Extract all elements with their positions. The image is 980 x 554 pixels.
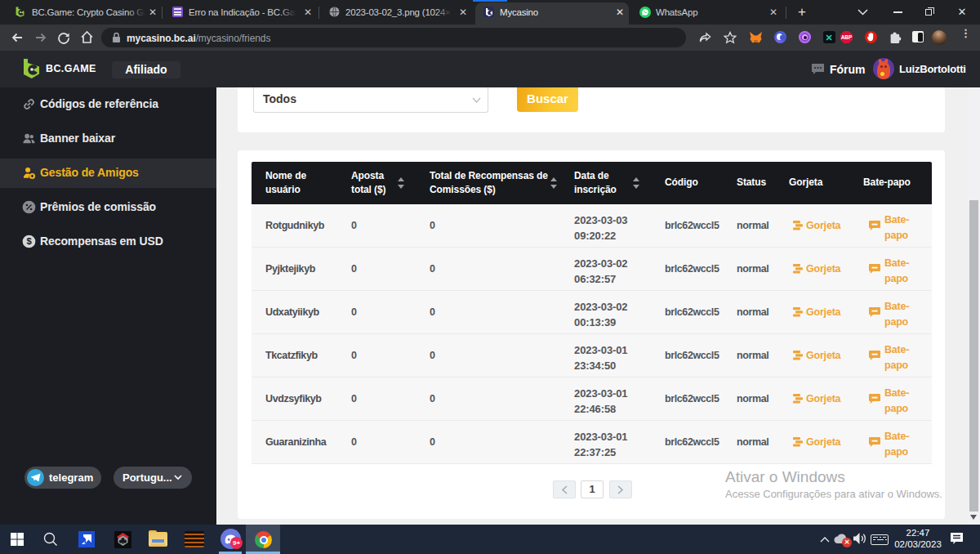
svg-text:$: $	[26, 236, 32, 246]
